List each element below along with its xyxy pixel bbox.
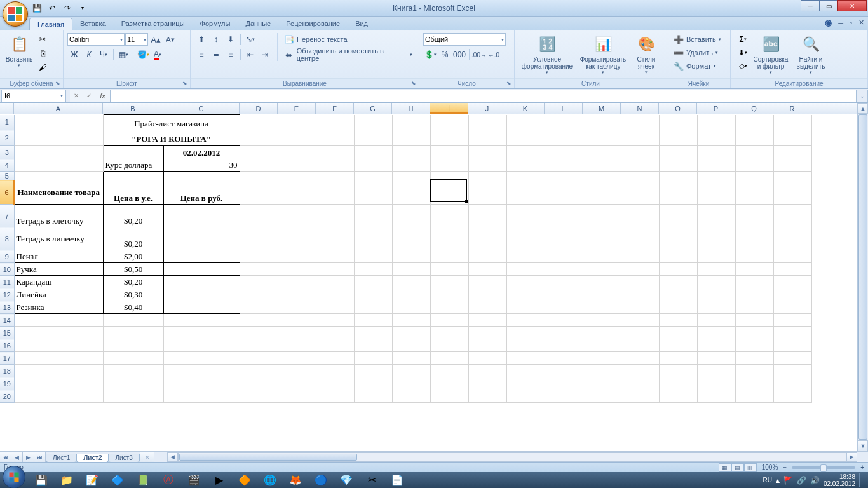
cell-E17[interactable]	[278, 352, 316, 365]
cell-M9[interactable]	[583, 250, 621, 263]
cell-K5[interactable]	[506, 172, 545, 180]
cell-J19[interactable]	[468, 377, 506, 390]
cell-D6[interactable]	[240, 180, 278, 205]
help-icon[interactable]: ◉	[825, 18, 832, 27]
tray-volume-icon[interactable]: 🔊	[810, 476, 820, 485]
cell-G7[interactable]	[354, 205, 392, 227]
cell-G4[interactable]	[354, 159, 392, 172]
cell-A11[interactable]: Карандаш	[14, 276, 103, 288]
cell-F9[interactable]	[316, 250, 354, 263]
cell-B7[interactable]: $0,20	[103, 205, 163, 227]
cell-K6[interactable]	[506, 180, 545, 205]
cell-O9[interactable]	[659, 250, 697, 263]
cell-K12[interactable]	[506, 288, 545, 301]
cell-K17[interactable]	[506, 352, 545, 365]
cell-L8[interactable]	[545, 227, 583, 250]
cell-D16[interactable]	[240, 339, 278, 352]
merge-center-button[interactable]: ⬌Объединить и поместить в центре▾	[281, 48, 415, 61]
cell-C7[interactable]	[163, 205, 240, 227]
cut-icon[interactable]: ✂	[36, 33, 50, 46]
cell-R8[interactable]	[773, 227, 811, 250]
cell-G5[interactable]	[354, 172, 392, 180]
cell-M20[interactable]	[583, 390, 621, 403]
cell-H1[interactable]	[392, 115, 430, 130]
cell-B6[interactable]: Цена в у.е.	[103, 180, 163, 205]
first-sheet-icon[interactable]: ⏮	[0, 452, 11, 463]
cell-R11[interactable]	[773, 276, 811, 288]
scroll-left-icon[interactable]: ◀	[167, 452, 178, 462]
cell-E12[interactable]	[278, 288, 316, 301]
next-sheet-icon[interactable]: ▶	[23, 452, 34, 463]
cell-G12[interactable]	[354, 288, 392, 301]
zoom-slider[interactable]	[792, 466, 855, 469]
cell-E2[interactable]	[278, 130, 316, 146]
cell-P20[interactable]	[697, 390, 735, 403]
cell-B5[interactable]	[103, 172, 163, 180]
cell-D1[interactable]	[240, 115, 278, 130]
cell-G13[interactable]	[354, 301, 392, 314]
cell-L7[interactable]	[545, 205, 583, 227]
italic-button[interactable]: К	[82, 48, 96, 61]
cell-G19[interactable]	[354, 377, 392, 390]
ribbon-tab-3[interactable]: Формулы	[193, 18, 238, 30]
cell-N4[interactable]	[621, 159, 659, 172]
cell-E14[interactable]	[278, 314, 316, 327]
cell-M10[interactable]	[583, 263, 621, 276]
cell-C9[interactable]	[163, 250, 240, 263]
cell-Q15[interactable]	[735, 327, 773, 339]
cell-J4[interactable]	[468, 159, 506, 172]
cell-I7[interactable]	[430, 205, 468, 227]
cell-P8[interactable]	[697, 227, 735, 250]
show-desktop-button[interactable]	[859, 473, 865, 487]
cell-F14[interactable]	[316, 314, 354, 327]
cell-K7[interactable]	[506, 205, 545, 227]
cell-B4[interactable]: Курс доллара	[103, 159, 163, 172]
grid-body[interactable]: 1Прайс-лист магазина2"РОГА И КОПЫТА"302.…	[0, 114, 868, 451]
cell-Q16[interactable]	[735, 339, 773, 352]
taskbar-app-5[interactable]: 📗	[131, 473, 155, 487]
new-sheet-icon[interactable]: ✳	[140, 452, 154, 463]
cell-H10[interactable]	[392, 263, 430, 276]
cell-A13[interactable]: Резинка	[14, 301, 103, 314]
cell-F5[interactable]	[316, 172, 354, 180]
cell-A18[interactable]	[14, 365, 103, 377]
cell-N8[interactable]	[621, 227, 659, 250]
shrink-font-icon[interactable]: A▾	[163, 33, 177, 46]
cell-E6[interactable]	[278, 180, 316, 205]
vscroll-thumb[interactable]	[858, 114, 867, 440]
cell-I16[interactable]	[430, 339, 468, 352]
cell-J6[interactable]	[468, 180, 506, 205]
cell-F12[interactable]	[316, 288, 354, 301]
cell-B15[interactable]	[103, 327, 163, 339]
taskbar-app-7[interactable]: 🎬	[182, 473, 206, 487]
cell-M19[interactable]	[583, 377, 621, 390]
cell-N9[interactable]	[621, 250, 659, 263]
cell-I6[interactable]	[430, 180, 468, 205]
cell-D9[interactable]	[240, 250, 278, 263]
cell-O17[interactable]	[659, 352, 697, 365]
cell-C3[interactable]: 02.02.2012	[163, 146, 240, 159]
cell-C19[interactable]	[163, 377, 240, 390]
cell-D14[interactable]	[240, 314, 278, 327]
ribbon-tab-6[interactable]: Вид	[348, 18, 376, 30]
cell-I20[interactable]	[430, 390, 468, 403]
cell-E4[interactable]	[278, 159, 316, 172]
align-middle-icon[interactable]: ↕	[209, 33, 223, 46]
cell-P1[interactable]	[697, 115, 735, 130]
format-as-table-button[interactable]: 📊Форматировать как таблицу▾	[576, 33, 630, 76]
cell-R16[interactable]	[773, 339, 811, 352]
align-bottom-icon[interactable]: ⬇	[224, 33, 238, 46]
cell-E20[interactable]	[278, 390, 316, 403]
cell-F2[interactable]	[316, 130, 354, 146]
cell-M3[interactable]	[583, 146, 621, 159]
increase-indent-icon[interactable]: ⇥	[258, 48, 272, 61]
scroll-right-icon[interactable]: ▶	[846, 452, 857, 462]
cell-O19[interactable]	[659, 377, 697, 390]
cell-I10[interactable]	[430, 263, 468, 276]
cell-I19[interactable]	[430, 377, 468, 390]
cell-A14[interactable]	[14, 314, 103, 327]
cell-B1[interactable]: Прайс-лист магазина	[103, 115, 240, 130]
horizontal-scrollbar[interactable]: ◀ ▶	[167, 452, 857, 462]
paste-button[interactable]: 📋 Вставить ▾	[4, 33, 34, 69]
cell-A9[interactable]: Пенал	[14, 250, 103, 263]
